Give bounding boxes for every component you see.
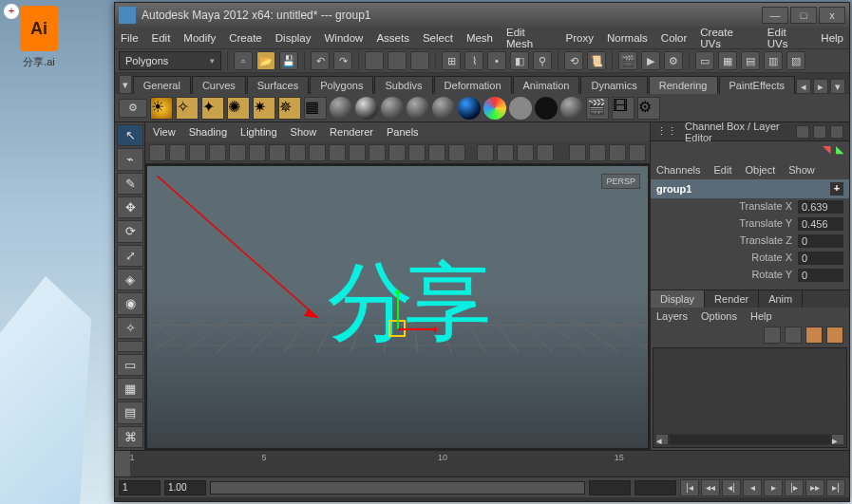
perspective-viewport[interactable]: PERSP 分享 [145, 164, 650, 450]
use-lights-icon[interactable] [408, 144, 426, 161]
menu-edit[interactable]: Edit [152, 32, 171, 44]
menu-assets[interactable]: Assets [376, 32, 409, 44]
start-frame-field[interactable] [119, 480, 161, 495]
open-scene-icon[interactable]: 📂 [256, 51, 275, 70]
panel-menu-renderer[interactable]: Renderer [330, 126, 373, 138]
directional-light-icon[interactable]: ☀ [150, 97, 173, 120]
universal-manip-tool[interactable]: ◈ [117, 269, 143, 290]
render-settings-icon[interactable]: ⚙ [664, 51, 683, 70]
four-view-layout[interactable]: ▦ [117, 378, 143, 400]
layered-ball-icon[interactable] [483, 97, 506, 120]
maximize-button[interactable]: □ [790, 7, 817, 24]
go-to-start-button[interactable]: |◂ [680, 479, 699, 496]
cb-menu-show[interactable]: Show [788, 164, 815, 176]
manip-y-axis[interactable] [397, 291, 399, 329]
move-tool[interactable]: ✥ [117, 196, 143, 218]
layer-list[interactable]: ◂ ▸ [653, 347, 847, 448]
scroll-right-icon[interactable]: ▸ [831, 434, 844, 445]
step-forward-button[interactable]: |▸ [785, 479, 804, 496]
step-back-button[interactable]: ◂| [722, 479, 741, 496]
menu-normals[interactable]: Normals [607, 32, 648, 44]
create-empty-layer-icon[interactable] [805, 327, 823, 344]
end-frame-field[interactable] [634, 480, 676, 495]
shelf-menu-icon[interactable]: ▾ [830, 79, 845, 94]
history-icon[interactable]: ⟲ [564, 51, 583, 70]
menu-createuvs[interactable]: Create UVs [700, 27, 754, 49]
soft-mod-tool[interactable]: ◉ [117, 292, 143, 314]
show-attr-editor-icon[interactable]: ▥ [764, 51, 783, 70]
select-by-hierarchy-icon[interactable] [365, 51, 384, 70]
snap-point-icon[interactable]: • [487, 51, 506, 70]
point-light-icon[interactable]: ✦ [201, 97, 224, 120]
dup-panel-icon[interactable] [609, 144, 626, 161]
time-ruler[interactable]: 1 5 10 15 [115, 451, 849, 476]
smooth-shade-icon[interactable] [369, 144, 386, 161]
restore-panel-icon[interactable] [813, 125, 826, 139]
panel-menu-panels[interactable]: Panels [387, 126, 419, 138]
panel-menu-lighting[interactable]: Lighting [240, 126, 277, 138]
area-light-icon[interactable]: ✺ [227, 97, 250, 120]
shelf-scroll-right-icon[interactable]: ▸ [813, 79, 828, 94]
layout-four-icon[interactable]: ▦ [718, 51, 737, 70]
range-bar[interactable] [210, 481, 585, 495]
snap-live-icon[interactable]: ⚲ [533, 51, 552, 70]
module-selector[interactable]: Polygons [119, 51, 221, 70]
play-forward-button[interactable]: ▸ [764, 479, 783, 496]
menu-display[interactable]: Display [275, 32, 312, 44]
tear-off-icon[interactable] [629, 144, 646, 161]
panel-menu-shading[interactable]: Shading [189, 126, 227, 138]
menu-window[interactable]: Window [324, 32, 363, 44]
shelf-tab-general[interactable]: General [133, 76, 191, 94]
minimize-button[interactable]: — [762, 7, 788, 24]
layout-single-icon[interactable]: ▭ [695, 51, 714, 70]
layer-tab-display[interactable]: Display [651, 290, 705, 308]
close-button[interactable]: x [819, 7, 845, 24]
usemtl-ball-icon[interactable] [535, 97, 558, 120]
menu-proxy[interactable]: Proxy [566, 32, 594, 44]
scale-tool[interactable]: ⤢ [117, 245, 143, 267]
manip-x-axis[interactable] [398, 328, 436, 330]
shelf-tab-rendering[interactable]: Rendering [649, 76, 718, 94]
create-layer-from-sel-icon[interactable] [826, 327, 843, 344]
selected-object-header[interactable]: group1 + [651, 179, 849, 198]
lambert-ball-icon[interactable] [330, 97, 352, 120]
expand-shapes-icon[interactable]: + [830, 182, 843, 196]
bookmark-icon[interactable] [169, 144, 186, 161]
go-to-end-button[interactable]: ▸| [826, 479, 845, 496]
shelf-tab-subdivs[interactable]: Subdivs [374, 76, 432, 94]
panel-menu-view[interactable]: View [153, 126, 176, 138]
surface-ball-icon[interactable] [509, 97, 532, 120]
shelf-tab-polygons[interactable]: Polygons [310, 76, 373, 94]
shelf-tab-painteffects[interactable]: PaintEffects [719, 76, 796, 94]
anisotropic-ball-icon[interactable] [432, 97, 455, 120]
layer-tab-render[interactable]: Render [705, 290, 759, 308]
shelf-tab-animation[interactable]: Animation [513, 76, 580, 94]
layer-menu-options[interactable]: Options [701, 310, 737, 322]
panel-menu-show[interactable]: Show [291, 126, 317, 138]
isolate-sel-icon[interactable] [477, 144, 494, 161]
camera-select-icon[interactable] [149, 144, 166, 161]
minimize-panel-icon[interactable] [796, 125, 809, 139]
viewport-settings-icon[interactable] [569, 144, 586, 161]
render-globals-icon[interactable]: ⚙ [637, 97, 660, 120]
step-forward-key-button[interactable]: ▸▸ [805, 479, 824, 496]
time-slider[interactable]: 1 5 10 15 [115, 450, 849, 476]
menu-editmesh[interactable]: Edit Mesh [506, 27, 553, 49]
2d-pan-icon[interactable] [209, 144, 226, 161]
single-persp-layout[interactable]: ▭ [117, 354, 143, 376]
layer-menu-help[interactable]: Help [750, 310, 772, 322]
phong-ball-icon[interactable] [381, 97, 404, 120]
close-panel-icon[interactable] [830, 125, 843, 139]
hyperbolic-icon[interactable]: ◣ [836, 143, 843, 159]
xray-icon[interactable] [497, 144, 514, 161]
xray-joints-icon[interactable] [517, 144, 534, 161]
menu-help[interactable]: Help [821, 32, 843, 44]
manip-speed-icon[interactable]: ◥ [823, 143, 830, 159]
title-bar[interactable]: Autodesk Maya 2012 x64: untitled* --- gr… [115, 3, 849, 28]
create-shader-icon[interactable]: ▦ [304, 97, 327, 120]
menu-color[interactable]: Color [661, 32, 687, 44]
shelf-tab-deformation[interactable]: Deformation [434, 76, 512, 94]
hq-icon[interactable] [448, 144, 465, 161]
save-scene-icon[interactable]: 💾 [279, 51, 298, 70]
attr-value[interactable]: 0 [798, 269, 843, 282]
